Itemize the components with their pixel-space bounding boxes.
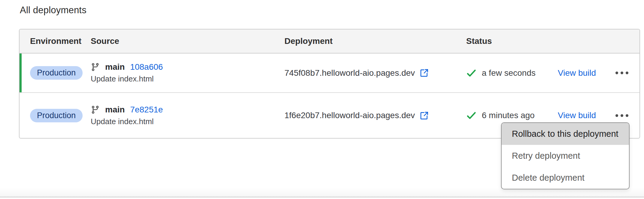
view-build-link[interactable]: View build — [558, 111, 596, 120]
column-header-source: Source — [91, 36, 284, 46]
environment-cell: Production — [30, 66, 91, 80]
status-cell: a few seconds — [466, 68, 558, 78]
current-deployment-indicator-bar — [20, 54, 22, 92]
branch-name: main — [105, 105, 125, 115]
table-header-row: Environment Source Deployment Status — [20, 29, 639, 54]
deployment-url: 1f6e20b7.helloworld-aio.pages.dev — [284, 111, 415, 120]
deployment-url: 745f08b7.helloworld-aio.pages.dev — [284, 68, 415, 78]
external-link-icon[interactable] — [420, 68, 429, 78]
menu-item-delete[interactable]: Delete deployment — [502, 167, 629, 189]
column-header-deployment: Deployment — [284, 36, 466, 46]
view-build-link[interactable]: View build — [558, 68, 596, 78]
source-cell: main 108a606 Update index.html — [91, 62, 284, 84]
commit-link[interactable]: 108a606 — [130, 62, 163, 72]
deployment-actions-menu: Rollback to this deployment Retry deploy… — [501, 122, 630, 189]
branch-name: main — [105, 62, 125, 72]
status-time: a few seconds — [482, 68, 536, 78]
row-actions-ellipsis-icon[interactable] — [615, 69, 629, 77]
source-cell: main 7e8251e Update index.html — [91, 105, 284, 126]
commit-message: Update index.html — [91, 117, 154, 126]
view-build-cell: View build — [558, 68, 613, 78]
check-icon — [466, 68, 476, 78]
git-branch-icon — [91, 63, 100, 72]
environment-badge: Production — [30, 66, 83, 80]
environment-badge: Production — [30, 109, 83, 122]
page-title: All deployments — [20, 5, 87, 16]
external-link-icon[interactable] — [420, 111, 429, 120]
column-header-status: Status — [466, 36, 558, 46]
environment-cell: Production — [30, 109, 91, 122]
deployment-cell: 745f08b7.helloworld-aio.pages.dev — [284, 68, 466, 78]
commit-link[interactable]: 7e8251e — [130, 105, 163, 115]
status-cell: 6 minutes ago — [466, 110, 558, 121]
status-time: 6 minutes ago — [482, 111, 535, 120]
check-icon — [466, 110, 476, 121]
deployment-cell: 1f6e20b7.helloworld-aio.pages.dev — [284, 111, 466, 120]
commit-message: Update index.html — [91, 74, 154, 84]
row-actions-ellipsis-icon[interactable] — [615, 111, 629, 120]
table-row: Production main 108a606 Update index.htm… — [20, 54, 639, 93]
column-header-environment: Environment — [30, 36, 91, 46]
menu-item-retry[interactable]: Retry deployment — [502, 145, 629, 167]
git-branch-icon — [91, 105, 100, 114]
menu-item-rollback[interactable]: Rollback to this deployment — [502, 123, 629, 145]
view-build-cell: View build — [558, 111, 613, 120]
